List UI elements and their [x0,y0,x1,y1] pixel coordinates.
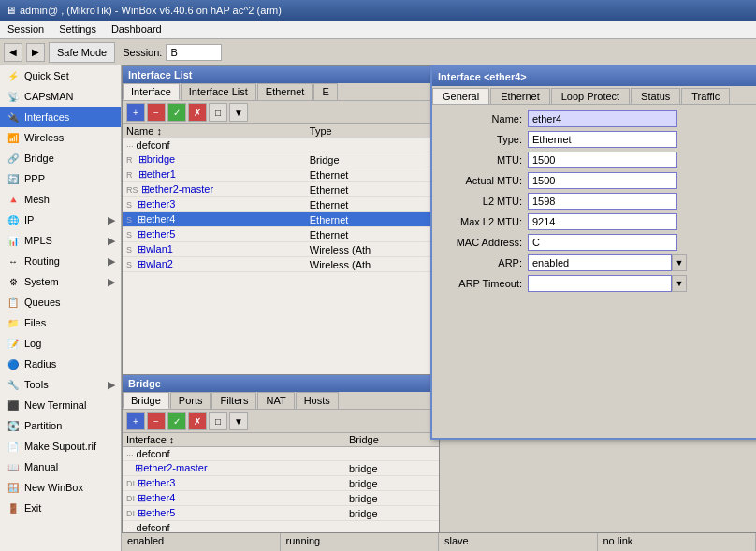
max-l2mtu-label: Max L2 MTU: [438,216,522,227]
sidebar-item-radius[interactable]: 🔵 Radius [0,354,121,374]
quick-set-icon: ⚡ [6,68,21,83]
sidebar-item-label: Exit [24,502,41,514]
bridge-col-bridge[interactable]: Bridge [345,433,439,447]
ip-icon: 🌐 [6,212,21,227]
dialog-form: Name: Type: MTU: Actual MTU: [438,110,756,318]
bridge-filter-button[interactable]: ▼ [229,412,248,430]
table-row[interactable]: ⊞ether2-master bridge [123,461,439,476]
arp-dropdown-arrow[interactable]: ▼ [672,254,687,271]
sidebar-item-routing[interactable]: ↔ Routing ▶ [0,251,121,271]
bridge-tab-ports[interactable]: Ports [170,392,211,409]
safe-mode-button[interactable]: Safe Mode [49,42,115,63]
menu-settings[interactable]: Settings [51,22,104,37]
dialog-tab-status[interactable]: Status [631,88,680,104]
arp-label: ARP: [438,257,522,268]
sidebar-item-bridge[interactable]: 🔗 Bridge [0,148,121,168]
sidebar-item-partition[interactable]: 💽 Partition [0,415,121,436]
table-row[interactable]: DI ⊞ether3 bridge [123,476,439,491]
mac-address-input[interactable] [528,234,677,251]
filter-button[interactable]: ▼ [229,103,248,122]
bridge-add-button[interactable]: + [126,412,145,430]
tab-ethernet[interactable]: Ethernet [257,83,313,100]
dialog-tab-ethernet[interactable]: Ethernet [490,88,550,104]
bridge-remove-button[interactable]: − [147,412,166,430]
sidebar-item-label: Quick Set [24,70,69,81]
dialog-tab-general[interactable]: General [432,88,489,104]
bridge-tab-filters[interactable]: Filters [211,392,256,409]
table-row[interactable]: S ⊞ether3 Ethernet [123,197,439,212]
settings-button[interactable]: □ [209,103,227,122]
bridge-settings-button[interactable]: □ [209,412,227,430]
sidebar-item-tools[interactable]: 🔧 Tools ▶ [0,374,121,395]
sidebar-item-ip[interactable]: 🌐 IP ▶ [0,210,121,230]
interface-dialog: Interface <ether4> _ □ ✕ General Etherne… [430,65,756,440]
disable-button[interactable]: ✗ [188,103,207,122]
sidebar-item-ppp[interactable]: 🔄 PPP [0,168,121,189]
terminal-icon: ⬛ [6,398,21,413]
sidebar-item-label: Queues [24,297,61,308]
tab-interface[interactable]: Interface [123,83,180,100]
table-row[interactable]: S ⊞ether5 Ethernet [123,227,439,242]
sidebar-item-new-winbox[interactable]: 🪟 New WinBox [0,477,121,498]
table-row[interactable]: ··· defconf [123,447,439,461]
dialog-tab-loop-protect[interactable]: Loop Protect [551,88,630,104]
winbox-icon: 🪟 [6,480,21,495]
sidebar-item-manual[interactable]: 📖 Manual [0,457,121,477]
sidebar-item-wireless[interactable]: 📶 Wireless [0,127,121,148]
mtu-input[interactable] [528,152,677,168]
sidebar-item-label: New WinBox [24,482,83,493]
table-row[interactable]: S ⊞wlan2 Wireless (Ath [123,257,439,272]
remove-button[interactable]: − [147,103,166,122]
sidebar-item-files[interactable]: 📁 Files [0,312,121,333]
sidebar-item-log[interactable]: 📝 Log [0,333,121,354]
main-layout: ⚡ Quick Set 📡 CAPsMAN 🔌 Interfaces 📶 Wir… [0,65,756,551]
dialog-tab-traffic[interactable]: Traffic [681,88,730,104]
mac-address-row: MAC Address: [438,234,756,251]
actual-mtu-label: Actual MTU: [438,175,522,186]
menu-dashboard[interactable]: Dashboard [104,22,169,37]
table-row[interactable]: R ⊞ether1 Ethernet [123,167,439,182]
sidebar-item-new-terminal[interactable]: ⬛ New Terminal [0,395,121,415]
session-input[interactable] [166,44,222,61]
bridge-tab-nat[interactable]: NAT [257,392,294,409]
sidebar-item-system[interactable]: ⚙ System ▶ [0,271,121,292]
bridge-tab-hosts[interactable]: Hosts [296,392,339,409]
col-type[interactable]: Type [306,124,439,138]
name-input[interactable] [528,110,677,127]
tab-e[interactable]: E [313,83,337,100]
content-area: Interface List Interface Interface List … [122,65,756,551]
enable-button[interactable]: ✓ [167,103,186,122]
bridge-disable-button[interactable]: ✗ [188,412,207,430]
table-row[interactable]: R ⊞bridge Bridge [123,152,439,167]
sidebar-item-mesh[interactable]: 🔺 Mesh [0,189,121,210]
table-row[interactable]: S ⊞wlan1 Wireless (Ath [123,242,439,257]
interface-table-scroll: Name ↕ Type ··· defconf R ⊞bridge Bridge [123,124,439,272]
tab-interface-list[interactable]: Interface List [181,83,256,100]
table-row[interactable]: ··· defconf [123,138,439,152]
table-row-ether4[interactable]: S ⊞ether4 Ethernet [123,212,439,227]
col-name[interactable]: Name ↕ [123,124,306,138]
bridge-col-interface[interactable]: Interface ↕ [123,433,345,447]
nav-back-button[interactable]: ◀ [4,43,22,62]
sidebar-item-queues[interactable]: 📋 Queues [0,292,121,312]
table-row[interactable]: RS ⊞ether2-master Ethernet [123,182,439,197]
sidebar-item-quick-set[interactable]: ⚡ Quick Set [0,65,121,86]
arp-timeout-input[interactable] [528,275,672,292]
sidebar-item-capsman[interactable]: 📡 CAPsMAN [0,86,121,107]
sidebar-item-make-supout[interactable]: 📄 Make Supout.rif [0,436,121,457]
l2mtu-input[interactable] [528,193,677,210]
menu-session[interactable]: Session [0,22,51,37]
bridge-tab-bridge[interactable]: Bridge [123,392,169,409]
table-row[interactable]: DI ⊞ether4 bridge [123,491,439,506]
sidebar-item-mpls[interactable]: 📊 MPLS ▶ [0,230,121,251]
arp-timeout-row: ARP Timeout: ▼ [438,275,756,292]
sidebar-item-exit[interactable]: 🚪 Exit [0,498,121,518]
bridge-enable-button[interactable]: ✓ [167,412,186,430]
nav-forward-button[interactable]: ▶ [26,43,45,62]
sidebar-item-interfaces[interactable]: 🔌 Interfaces [0,107,121,127]
add-button[interactable]: + [126,103,145,122]
arp-timeout-arrow[interactable]: ▼ [672,275,687,292]
table-row[interactable]: DI ⊞ether5 bridge [123,506,439,521]
type-row: Type: [438,131,756,148]
arp-select-input[interactable] [528,254,672,271]
